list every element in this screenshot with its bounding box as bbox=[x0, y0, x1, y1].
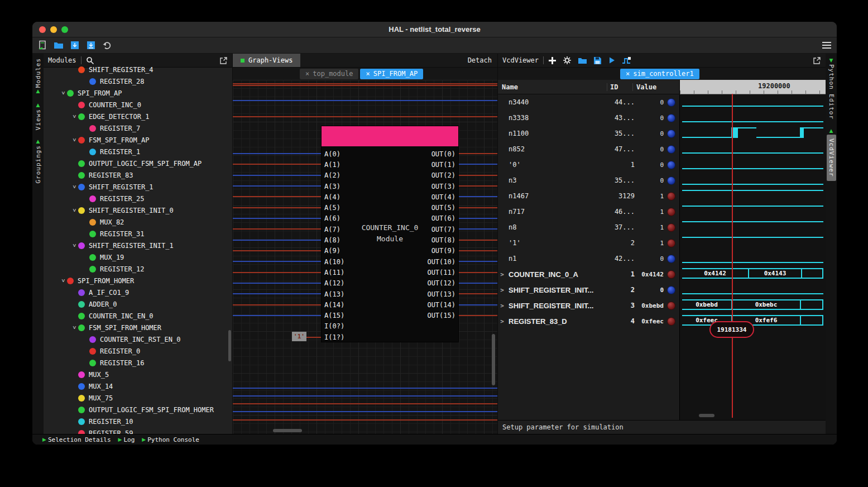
net-wire[interactable] bbox=[459, 261, 497, 262]
graph-tab-spi-from-ap[interactable]: ×SPI_FROM_AP bbox=[360, 69, 423, 79]
tree-item-output-logic-fsm-spi-from-homer[interactable]: >OUTPUT_LOGIC_FSM_SPI_FROM_HOMER bbox=[44, 404, 232, 416]
output-pin-label[interactable]: OUT(0) bbox=[431, 150, 455, 158]
input-pin-label[interactable]: I(1?) bbox=[324, 333, 344, 341]
graph-canvas[interactable]: COUNTER_INC_0 Module A(0)OUT(0)A(1)OUT(1… bbox=[233, 80, 497, 434]
net-wire[interactable] bbox=[459, 272, 497, 273]
tree-item-shift-register-1[interactable]: >SHIFT_REGISTER_1 bbox=[44, 181, 232, 193]
waveform-row[interactable]: 0xbebd0xbebc bbox=[682, 297, 823, 313]
net-wire[interactable] bbox=[233, 261, 321, 262]
net-wire[interactable] bbox=[233, 185, 321, 187]
tree-item-spi-from-ap[interactable]: >SPI_FROM_AP bbox=[44, 87, 232, 99]
output-pin-label[interactable]: OUT(12) bbox=[427, 279, 455, 287]
group-chevron-icon[interactable]: > bbox=[498, 318, 506, 325]
expand-chevron-icon[interactable]: > bbox=[71, 136, 78, 144]
add-waveform-icon[interactable] bbox=[548, 56, 557, 65]
output-pin-label[interactable]: OUT(6) bbox=[431, 214, 455, 222]
tree-item-register-28[interactable]: >REGISTER_28 bbox=[44, 75, 232, 87]
column-header-name[interactable]: Name bbox=[498, 83, 607, 91]
signal-row-counter-inc-0-a[interactable]: >COUNTER_INC_0_A10x4142 bbox=[498, 266, 679, 282]
tree-item-register-83[interactable]: >REGISTER_83 bbox=[44, 169, 232, 181]
input-pin-label[interactable]: A(5) bbox=[324, 204, 341, 212]
signal-row-n8[interactable]: >n837...1 bbox=[498, 219, 679, 235]
signal-row-shift-register-init[interactable]: >SHIFT_REGISTER_INIT...30xbebd bbox=[498, 298, 679, 313]
tree-item-fsm-spi-from-ap[interactable]: >FSM_SPI_FROM_AP bbox=[44, 134, 232, 146]
net-wire[interactable] bbox=[459, 250, 497, 251]
net-wire[interactable] bbox=[459, 315, 497, 316]
net-wire[interactable] bbox=[459, 218, 497, 219]
signal-row-n3440[interactable]: >n344044...0 bbox=[498, 94, 679, 110]
detach-vcd-icon[interactable] bbox=[813, 56, 821, 65]
graph-views-title-tab[interactable]: Graph-Views bbox=[233, 54, 300, 67]
run-simulation-icon[interactable] bbox=[608, 56, 616, 64]
close-tab-icon[interactable]: × bbox=[305, 70, 309, 77]
signal-row-shift-register-init[interactable]: >SHIFT_REGISTER_INIT...20 bbox=[498, 282, 679, 298]
tree-item-mux-5[interactable]: >MUX_5 bbox=[44, 369, 232, 380]
close-tab-icon[interactable]: × bbox=[366, 70, 370, 77]
net-wire[interactable] bbox=[459, 283, 497, 284]
expand-chevron-icon[interactable]: > bbox=[71, 242, 78, 250]
constant-one-node[interactable]: '1' bbox=[292, 332, 306, 341]
net-wire[interactable] bbox=[459, 185, 497, 187]
tree-item-counter-inc-en-0[interactable]: >COUNTER_INC_EN_0 bbox=[44, 310, 232, 322]
output-pin-label[interactable]: OUT(4) bbox=[431, 193, 455, 201]
dock-tab-views[interactable]: ▲Views bbox=[35, 103, 42, 130]
input-pin-label[interactable]: A(0) bbox=[324, 150, 341, 158]
tree-item-counter-inc-rst-en-0[interactable]: >COUNTER_INC_RST_EN_0 bbox=[44, 333, 232, 345]
net-wire[interactable] bbox=[233, 419, 497, 421]
input-pin-label[interactable]: A(15) bbox=[324, 312, 344, 319]
input-pin-label[interactable]: A(11) bbox=[324, 269, 344, 276]
net-wire[interactable] bbox=[233, 153, 321, 154]
output-pin-label[interactable]: OUT(3) bbox=[431, 183, 455, 190]
net-wire[interactable] bbox=[306, 337, 321, 338]
waveform-row[interactable] bbox=[682, 109, 823, 125]
net-wire[interactable] bbox=[233, 315, 321, 316]
tree-item-shift-register-init-0[interactable]: >SHIFT_REGISTER_INIT_0 bbox=[44, 204, 232, 216]
net-wire[interactable] bbox=[459, 196, 497, 197]
tree-item-edge-detector-1[interactable]: >EDGE_DETECTOR_1 bbox=[44, 111, 232, 122]
net-wire[interactable] bbox=[233, 250, 321, 251]
output-pin-label[interactable]: OUT(11) bbox=[427, 269, 455, 276]
open-netlist-button[interactable] bbox=[53, 40, 64, 51]
tree-item-mux-19[interactable]: >MUX_19 bbox=[44, 251, 232, 263]
waveform-scrollbar[interactable] bbox=[699, 414, 714, 417]
dock-tab-vcdviewer[interactable]: ▲VcdViewer bbox=[827, 128, 836, 181]
waveform-row[interactable]: 0x41420x4143 bbox=[682, 266, 823, 281]
input-pin-label[interactable]: A(12) bbox=[324, 279, 344, 287]
graph-tab-top-module[interactable]: ×top_module bbox=[300, 69, 358, 79]
input-pin-label[interactable]: A(1) bbox=[324, 161, 341, 169]
signal-row-n1[interactable]: >n142...0 bbox=[498, 251, 679, 266]
signal-row-register-83-d[interactable]: >REGISTER_83_D40xfeec bbox=[498, 313, 679, 329]
canvas-hscrollbar[interactable] bbox=[273, 429, 302, 432]
import-netlist-button[interactable] bbox=[85, 40, 97, 51]
bottom-tab-python-console[interactable]: ▶Python Console bbox=[142, 436, 199, 443]
input-pin-label[interactable]: A(10) bbox=[324, 258, 344, 266]
modules-scrollbar[interactable] bbox=[228, 330, 231, 361]
output-pin-label[interactable]: OUT(15) bbox=[427, 312, 455, 319]
bottom-tab-log[interactable]: ▶Log bbox=[118, 436, 135, 443]
input-pin-label[interactable]: A(2) bbox=[324, 171, 341, 179]
tree-item-shift-register-4[interactable]: >SHIFT_REGISTER_4 bbox=[44, 64, 232, 75]
dock-tab-python-editor[interactable]: ▼Python Editor bbox=[828, 58, 835, 120]
net-wire[interactable] bbox=[233, 304, 321, 305]
net-wire[interactable] bbox=[233, 164, 321, 165]
waveform-row[interactable] bbox=[682, 141, 823, 156]
signal-row-n3338[interactable]: >n333843...0 bbox=[498, 110, 679, 126]
group-chevron-icon[interactable]: > bbox=[498, 271, 506, 278]
waveform-row[interactable] bbox=[682, 250, 823, 266]
undo-button[interactable] bbox=[102, 40, 113, 51]
counter-inc-0-node[interactable]: COUNTER_INC_0 Module A(0)OUT(0)A(1)OUT(1… bbox=[321, 126, 459, 342]
waveform-row[interactable] bbox=[682, 219, 823, 235]
net-wire[interactable] bbox=[233, 240, 321, 241]
waveform-row[interactable] bbox=[682, 94, 823, 109]
tree-item-fsm-spi-from-homer[interactable]: >FSM_SPI_FROM_HOMER bbox=[44, 322, 232, 333]
tree-item-register-1[interactable]: >REGISTER_1 bbox=[44, 146, 232, 157]
detach-graph-button[interactable]: Detach bbox=[468, 56, 492, 64]
open-vcd-icon[interactable] bbox=[578, 56, 587, 65]
waveform-row[interactable] bbox=[682, 172, 823, 188]
net-wire[interactable] bbox=[233, 228, 321, 230]
dock-tab-modules[interactable]: Modules▲ bbox=[35, 58, 42, 94]
input-pin-label[interactable]: A(6) bbox=[324, 214, 341, 222]
tree-item-register-16[interactable]: >REGISTER_16 bbox=[44, 357, 232, 369]
tree-item-register-25[interactable]: >REGISTER_25 bbox=[44, 193, 232, 204]
input-pin-label[interactable]: I(0?) bbox=[324, 322, 344, 330]
